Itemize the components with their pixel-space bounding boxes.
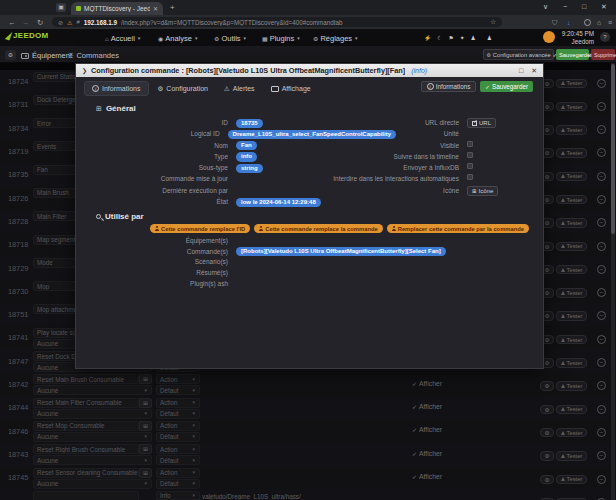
jeedom-navbar: JEEDOM ⌂ Accueil▼ ◉ Analyse▼ ⚙ Outils▼ ▦… [0,29,616,46]
home-icon[interactable]: ⌂ [597,19,601,26]
modal-maximize-icon[interactable]: □ [519,67,523,74]
bookmark-star-icon[interactable]: ☆ [490,18,496,26]
checkbox[interactable] [467,163,473,169]
form-row: Résumé(s) [96,268,536,279]
browser-tab[interactable]: MQTTDiscovery - Jeedom ✕ [71,2,163,15]
profile-avatar-icon[interactable] [584,19,591,26]
chevron-right-icon: ❯ [82,67,87,74]
status-cluster [424,35,493,41]
user-icon [259,226,263,231]
tab-commandes[interactable]: ☰ Commandes [68,50,119,61]
modal-titlebar[interactable]: ❯ Configuration commande : [Robots][Vale… [76,64,543,77]
tab-equipement[interactable]: Équipement [21,50,72,61]
tab-alertes[interactable]: ⚠ Alertes [217,81,262,96]
field-label: Sous-type [96,163,228,171]
modal-close-icon[interactable]: ✕ [531,67,537,75]
field-label: Équipement(s) [96,236,228,244]
modal-save-button[interactable]: ✓ Sauvegarder [480,81,533,92]
forward-icon[interactable]: → [22,18,30,27]
field-label: Résumé(s) [96,268,228,276]
modal-title-type[interactable]: (info) [411,67,427,74]
window-maximize-icon[interactable]: □ [582,3,586,10]
chevron-down-icon: ▼ [354,36,358,41]
general-section-heading: ⊞ Général [96,104,136,113]
url-path: /index.php?v=d&m=MQTTDiscovery&p=MQTTDis… [121,19,486,26]
menu-accueil[interactable]: ⌂ Accueil▼ [105,34,141,43]
icone-button[interactable]: ⊞ Icône [467,186,498,196]
hash-icon: # [76,19,79,25]
checkbox[interactable] [467,174,473,180]
help-icon[interactable]: ? [600,32,610,42]
replace-command-button[interactable]: Remplacer cette commande par la commande [387,224,529,233]
url-host: 192.168.1.9 [84,19,117,26]
window-menu-icon[interactable]: ∨ [543,3,548,11]
status-item[interactable] [471,35,477,41]
field-value-badge: Fan [236,141,257,150]
form-row: Unité ⊞ [326,129,576,140]
delete-button[interactable]: ⊘ Supprimer [591,49,615,60]
reload-icon[interactable]: ↻ [37,18,43,27]
status-item[interactable] [487,35,493,41]
menu-reglages[interactable]: ⚙ Réglages▼ [313,34,359,43]
new-tab-button[interactable]: + [170,3,175,12]
clock-user: 9:20:45 PM Jeedom [556,30,594,45]
download-icon[interactable]: ↓ [567,19,571,26]
window-close-icon[interactable]: ✕ [601,3,607,11]
list-icon: ☰ [68,52,73,59]
form-row: Suivre dans la timeline ⊞ [326,152,576,163]
menu-outils[interactable]: ⚙ Outils▼ [214,34,247,43]
form-row: État low le 2024-06-14 12:29:48 low le 2… [96,197,396,208]
tab-affichage[interactable]: Affichage [264,81,318,96]
page-toolbar: ⚙ Équipement ☰ Commandes ⚙ Configuration… [0,46,616,63]
general-right-column: URL directe URL ⊞ URL Unité [326,118,576,197]
advanced-configuration-button[interactable]: ⚙ Configuration avancée [483,49,554,60]
form-row: Plugin(s) ash [96,279,536,290]
search-icon [96,214,101,219]
field-control: ⊞ [467,174,473,180]
shield-warning-icon[interactable]: ⚠ [67,19,72,26]
user-icon [392,226,396,231]
jeedom-logo[interactable]: JEEDOM [6,31,49,40]
checkbox[interactable] [467,152,473,158]
field-value-badge: string [236,164,263,173]
replace-command-button[interactable]: Cette commande remplace la commande [254,224,382,233]
chevron-down-icon: ▼ [243,36,247,41]
check-icon: ✓ [485,84,490,90]
jeedom-favicon [76,6,81,11]
window-minimize-icon[interactable]: − [563,3,567,10]
workspace-icon[interactable]: ▣ [56,3,66,12]
clock-time: 9:20:45 PM [556,30,594,38]
menu-plugins[interactable]: ▦ Plugins▼ [262,34,301,43]
table-icon: ⊞ [96,105,102,113]
status-item[interactable] [437,35,443,41]
field-control: URL ⊞ URL [467,118,496,128]
tab-informations[interactable]: i Informations [84,81,149,96]
status-item[interactable] [460,35,466,41]
user-avatar[interactable] [543,31,555,43]
menu-analyse[interactable]: ◉ Analyse▼ [158,34,198,43]
url-field[interactable]: ⊘ ⚠ # 192.168.1.9 /index.php?v=d&m=MQTTD… [52,17,502,27]
site-info-icon[interactable]: ⊘ [58,19,63,26]
tab-close-icon[interactable]: ✕ [153,5,158,12]
replace-command-buttons: Cette commande remplace l'ID Cette comma… [150,224,529,233]
back-icon[interactable]: ← [8,18,16,27]
browser-menu-icon[interactable]: ≡ [608,19,612,26]
wrench-icon: ⚙ [158,85,164,93]
tab-title: MQTTDiscovery - Jeedom [84,5,150,12]
form-row: Icône Icône ⊞ Icône [326,186,576,197]
replace-command-button[interactable]: Cette commande remplace l'ID [150,224,250,233]
field-value-badge[interactable]: [Robots][Valetudo L10S Ultra OffbeatMagn… [236,247,446,256]
save-button[interactable]: ✓ Sauvegarder [556,49,589,60]
scrollbar-thumb[interactable] [611,64,615,234]
scrollbar-track[interactable] [611,63,615,500]
status-item[interactable] [424,35,432,41]
equipment-settings-icon[interactable]: ⚙ [5,50,16,60]
privacy-shield-icon[interactable]: ⛉ [552,19,557,27]
tab-configuration[interactable]: ⚙ Configuration [151,81,215,96]
browser-tab-strip: ▣ MQTTDiscovery - Jeedom ✕ + ∨ − □ ✕ [0,0,616,15]
url-button[interactable]: URL [467,118,496,128]
status-item[interactable] [448,35,454,41]
checkbox[interactable] [467,141,473,147]
informations-button[interactable]: i Informations [421,81,477,92]
field-label: Plugin(s) ash [96,279,228,287]
